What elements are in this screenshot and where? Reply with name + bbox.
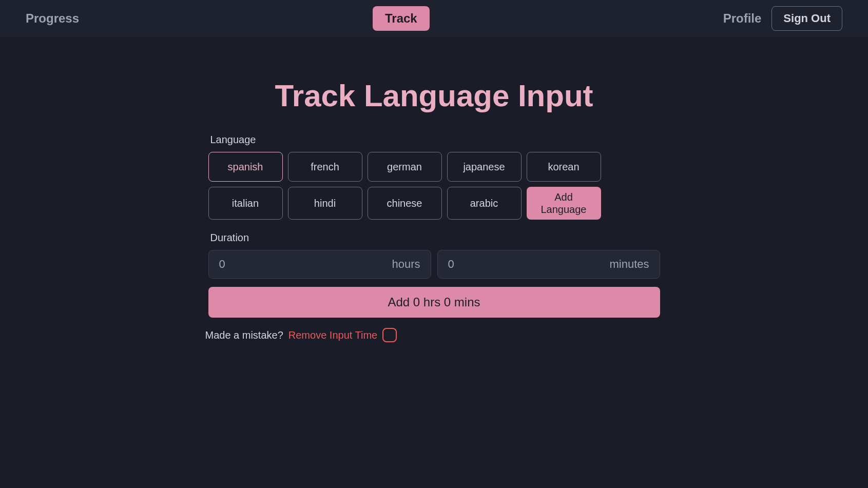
- minutes-unit: minutes: [609, 258, 649, 271]
- language-option-french[interactable]: french: [288, 152, 362, 182]
- sign-out-button[interactable]: Sign Out: [771, 6, 842, 31]
- minutes-box[interactable]: minutes: [437, 250, 660, 279]
- navbar: Progress Track Profile Sign Out: [0, 0, 868, 37]
- nav-progress-link[interactable]: Progress: [26, 11, 79, 26]
- hours-input[interactable]: [219, 258, 392, 271]
- language-option-italian[interactable]: italian: [208, 187, 283, 220]
- minutes-input[interactable]: [448, 258, 610, 271]
- remove-checkbox[interactable]: [382, 328, 397, 342]
- hours-unit: hours: [392, 258, 420, 271]
- nav-track-link[interactable]: Track: [373, 6, 430, 31]
- language-option-chinese[interactable]: chinese: [368, 187, 442, 220]
- nav-center: Track: [373, 6, 430, 31]
- nav-right: Profile Sign Out: [723, 6, 842, 31]
- language-option-arabic[interactable]: arabic: [447, 187, 522, 220]
- language-option-korean[interactable]: korean: [527, 152, 601, 182]
- language-label: Language: [208, 134, 660, 146]
- duration-label: Duration: [208, 232, 660, 244]
- mistake-row: Made a mistake? Remove Input Time: [205, 328, 660, 342]
- mistake-prompt: Made a mistake?: [205, 329, 283, 341]
- nav-left: Progress: [26, 11, 79, 26]
- language-option-german[interactable]: german: [368, 152, 442, 182]
- add-language-button[interactable]: Add Language: [527, 187, 601, 220]
- language-grid: spanishfrenchgermanjapanesekoreanitalian…: [208, 152, 660, 220]
- hours-box[interactable]: hours: [208, 250, 431, 279]
- language-option-japanese[interactable]: japanese: [447, 152, 522, 182]
- language-option-hindi[interactable]: hindi: [288, 187, 362, 220]
- nav-profile-link[interactable]: Profile: [723, 11, 762, 26]
- duration-row: hours minutes: [208, 250, 660, 279]
- page-title: Track Language Input: [208, 78, 660, 113]
- main-content: Track Language Input Language spanishfre…: [198, 37, 670, 363]
- add-time-button[interactable]: Add 0 hrs 0 mins: [208, 287, 660, 318]
- language-option-spanish[interactable]: spanish: [208, 152, 283, 182]
- remove-input-time-link[interactable]: Remove Input Time: [288, 329, 377, 341]
